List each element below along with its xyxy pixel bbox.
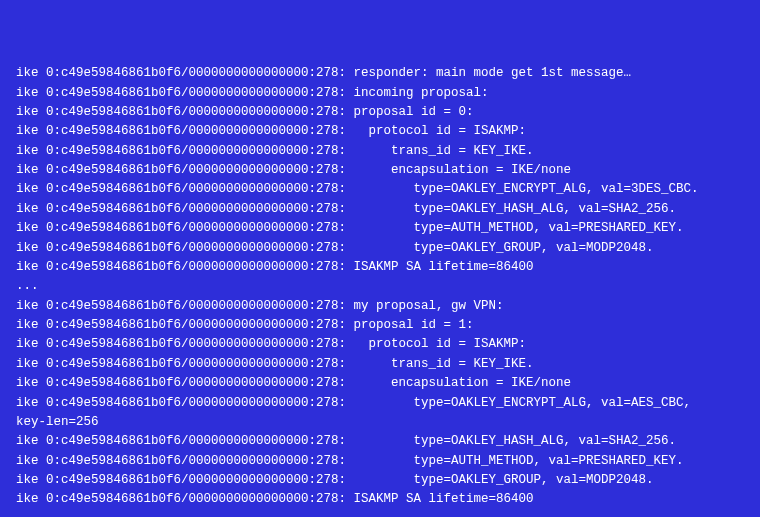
log-line: ike 0:c49e59846861b0f6/0000000000000000:…: [16, 316, 748, 335]
log-line: ike 0:c49e59846861b0f6/0000000000000000:…: [16, 335, 748, 354]
log-line: ike 0:c49e59846861b0f6/0000000000000000:…: [16, 471, 748, 490]
log-line: ...: [16, 510, 748, 517]
log-line: ike 0:c49e59846861b0f6/0000000000000000:…: [16, 297, 748, 316]
log-line: ...: [16, 277, 748, 296]
log-line: key-len=256: [16, 413, 748, 432]
log-line: ike 0:c49e59846861b0f6/0000000000000000:…: [16, 219, 748, 238]
log-line: ike 0:c49e59846861b0f6/0000000000000000:…: [16, 161, 748, 180]
log-line: ike 0:c49e59846861b0f6/0000000000000000:…: [16, 239, 748, 258]
log-line: ike 0:c49e59846861b0f6/0000000000000000:…: [16, 394, 748, 413]
log-line: ike 0:c49e59846861b0f6/0000000000000000:…: [16, 103, 748, 122]
log-line: ike 0:c49e59846861b0f6/0000000000000000:…: [16, 432, 748, 451]
log-line: ike 0:c49e59846861b0f6/0000000000000000:…: [16, 452, 748, 471]
log-line: ike 0:c49e59846861b0f6/0000000000000000:…: [16, 490, 748, 509]
log-line: ike 0:c49e59846861b0f6/0000000000000000:…: [16, 180, 748, 199]
log-line: ike 0:c49e59846861b0f6/0000000000000000:…: [16, 122, 748, 141]
log-line: ike 0:c49e59846861b0f6/0000000000000000:…: [16, 64, 748, 83]
log-line: ike 0:c49e59846861b0f6/0000000000000000:…: [16, 84, 748, 103]
log-line: ike 0:c49e59846861b0f6/0000000000000000:…: [16, 258, 748, 277]
log-line: ike 0:c49e59846861b0f6/0000000000000000:…: [16, 200, 748, 219]
terminal-log: ike 0:c49e59846861b0f6/0000000000000000:…: [16, 64, 748, 517]
log-line: ike 0:c49e59846861b0f6/0000000000000000:…: [16, 374, 748, 393]
log-line: ike 0:c49e59846861b0f6/0000000000000000:…: [16, 142, 748, 161]
log-line: ike 0:c49e59846861b0f6/0000000000000000:…: [16, 355, 748, 374]
